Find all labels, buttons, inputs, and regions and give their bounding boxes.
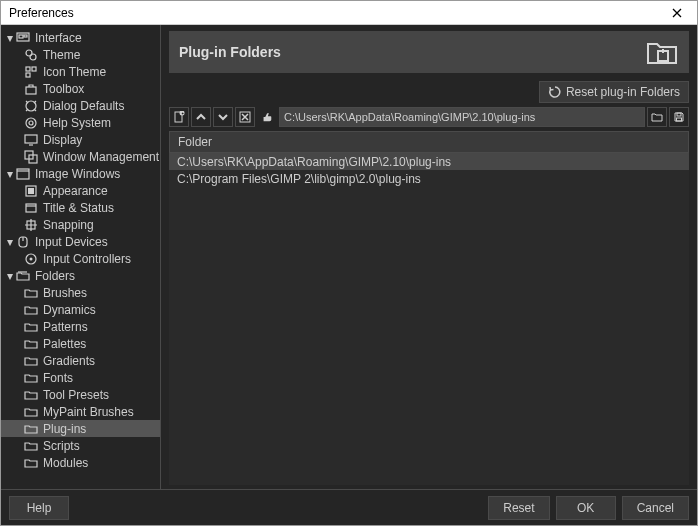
help-icon	[23, 115, 39, 131]
tree-item-mypaint-brushes[interactable]: MyPaint Brushes	[1, 403, 160, 420]
open-folder-icon	[651, 111, 663, 123]
tree-item-window-management[interactable]: Window Management	[1, 148, 160, 165]
tree-item-appearance[interactable]: Appearance	[1, 182, 160, 199]
ok-button[interactable]: OK	[556, 496, 616, 520]
expand-toggle-icon[interactable]: ▾	[5, 236, 15, 248]
tree-item-label: Image Windows	[35, 167, 120, 181]
tree-item-fonts[interactable]: Fonts	[1, 369, 160, 386]
svg-point-22	[30, 257, 33, 260]
tree-item-label: Help System	[43, 116, 111, 130]
tree-item-label: Scripts	[43, 439, 80, 453]
svg-rect-8	[26, 87, 36, 94]
tree-item-modules[interactable]: Modules	[1, 454, 160, 471]
tree-item-label: Brushes	[43, 286, 87, 300]
tree-item-tool-presets[interactable]: Tool Presets	[1, 386, 160, 403]
tree-item-title-status[interactable]: Title & Status	[1, 199, 160, 216]
tree-item-toolbox[interactable]: Toolbox	[1, 80, 160, 97]
tree-item-dynamics[interactable]: Dynamics	[1, 301, 160, 318]
svg-rect-12	[25, 135, 37, 143]
tree-item-image-windows[interactable]: ▾Image Windows	[1, 165, 160, 182]
dialog-defaults-icon	[23, 98, 39, 114]
tree-item-label: Theme	[43, 48, 80, 62]
window-title: Preferences	[9, 6, 665, 20]
tree-item-label: Tool Presets	[43, 388, 109, 402]
tree-item-label: Fonts	[43, 371, 73, 385]
floppy-icon	[673, 111, 685, 123]
delete-folder-button[interactable]	[235, 107, 255, 127]
tree-item-help-system[interactable]: Help System	[1, 114, 160, 131]
browse-button[interactable]	[647, 107, 667, 127]
tree-item-gradients[interactable]: Gradients	[1, 352, 160, 369]
folder-list-header[interactable]: Folder	[169, 131, 689, 153]
expand-toggle-icon[interactable]: ▾	[5, 270, 15, 282]
image-windows-icon	[15, 166, 31, 182]
folder-icon	[23, 404, 39, 420]
reset-plugin-folders-label: Reset plug-in Folders	[566, 85, 680, 99]
tree-item-dialog-defaults[interactable]: Dialog Defaults	[1, 97, 160, 114]
tree-item-label: Gradients	[43, 354, 95, 368]
thumbs-up-icon	[261, 111, 273, 123]
tree-item-interface[interactable]: ▾Interface	[1, 29, 160, 46]
snapping-icon	[23, 217, 39, 233]
move-up-button[interactable]	[191, 107, 211, 127]
tree-item-brushes[interactable]: Brushes	[1, 284, 160, 301]
cancel-button[interactable]: Cancel	[622, 496, 689, 520]
folder-path-input[interactable]	[279, 107, 645, 127]
tree-item-snapping[interactable]: Snapping	[1, 216, 160, 233]
tree-item-icon-theme[interactable]: Icon Theme	[1, 63, 160, 80]
title-status-icon	[23, 200, 39, 216]
tree-item-input-devices[interactable]: ▾Input Devices	[1, 233, 160, 250]
tree-item-label: Title & Status	[43, 201, 114, 215]
folder-icon	[23, 455, 39, 471]
folder-icon	[23, 438, 39, 454]
expand-toggle-icon[interactable]: ▾	[5, 168, 15, 180]
chevron-up-icon	[195, 111, 207, 123]
panel-header: Plug-in Folders	[169, 31, 689, 73]
svg-rect-6	[32, 67, 36, 71]
tree-item-input-controllers[interactable]: Input Controllers	[1, 250, 160, 267]
tree-item-label: Input Controllers	[43, 252, 131, 266]
tree-item-theme[interactable]: Theme	[1, 46, 160, 63]
new-folder-button[interactable]: ✦	[169, 107, 189, 127]
tree-item-display[interactable]: Display	[1, 131, 160, 148]
reset-button[interactable]: Reset	[488, 496, 549, 520]
folder-list-body[interactable]: C:\Users\RK\AppData\Roaming\GIMP\2.10\pl…	[169, 153, 689, 485]
tree-item-patterns[interactable]: Patterns	[1, 318, 160, 335]
appearance-icon	[23, 183, 39, 199]
tree-item-palettes[interactable]: Palettes	[1, 335, 160, 352]
svg-point-4	[30, 54, 36, 60]
tree-item-label: Plug-ins	[43, 422, 86, 436]
display-icon	[23, 132, 39, 148]
save-button[interactable]	[669, 107, 689, 127]
reset-row: Reset plug-in Folders	[161, 77, 697, 107]
expand-toggle-icon[interactable]: ▾	[5, 32, 15, 44]
svg-rect-5	[26, 67, 30, 71]
tree-item-label: Dialog Defaults	[43, 99, 124, 113]
tree-item-label: Toolbox	[43, 82, 84, 96]
svg-rect-30	[677, 113, 681, 116]
folder-icon	[23, 353, 39, 369]
plugin-folder-icon	[645, 35, 679, 69]
tree-item-label: Interface	[35, 31, 82, 45]
preferences-tree[interactable]: ▾InterfaceThemeIcon ThemeToolboxDialog D…	[1, 25, 161, 489]
reset-plugin-folders-button[interactable]: Reset plug-in Folders	[539, 81, 689, 103]
folder-icon	[23, 336, 39, 352]
svg-rect-1	[19, 35, 23, 38]
tree-item-plug-ins[interactable]: Plug-ins	[1, 420, 160, 437]
svg-rect-17	[28, 188, 34, 194]
tree-item-label: Appearance	[43, 184, 108, 198]
tree-item-folders[interactable]: ▾Folders	[1, 267, 160, 284]
svg-rect-7	[26, 73, 30, 77]
icon-theme-icon	[23, 64, 39, 80]
folder-row[interactable]: C:\Users\RK\AppData\Roaming\GIMP\2.10\pl…	[169, 153, 689, 170]
tree-item-scripts[interactable]: Scripts	[1, 437, 160, 454]
help-button[interactable]: Help	[9, 496, 69, 520]
tree-item-label: Folders	[35, 269, 75, 283]
move-down-button[interactable]	[213, 107, 233, 127]
validate-button[interactable]	[257, 107, 277, 127]
svg-rect-2	[24, 35, 27, 37]
close-button[interactable]	[665, 3, 689, 23]
titlebar: Preferences	[1, 1, 697, 25]
tree-item-label: MyPaint Brushes	[43, 405, 134, 419]
folder-row[interactable]: C:\Program Files\GIMP 2\lib\gimp\2.0\plu…	[169, 170, 689, 187]
